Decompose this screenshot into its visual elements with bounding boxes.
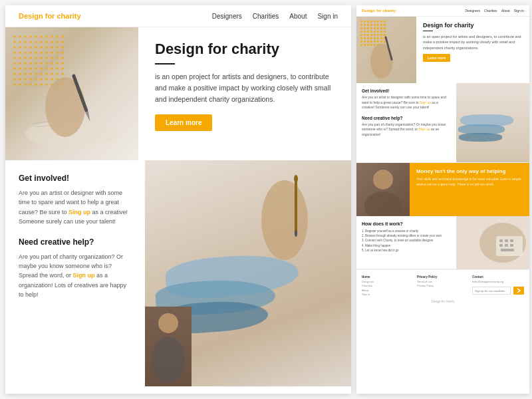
left-content-sections: Get involved! Are you an artist or desig… — [5, 160, 145, 386]
money-section-text: Your skills and technical knowledge is f… — [416, 177, 523, 187]
mini-content-sections: Get involved! Are you an artist or desig… — [356, 83, 529, 163]
mini-footer-email: hello@designforcharity.org — [472, 280, 524, 284]
mini-footer: Home Designers Charities About Sign in P… — [356, 269, 529, 309]
mini-footer-col-privacy: Privacy Policy Terms of use Privacy Poli… — [417, 275, 467, 297]
learn-more-button[interactable]: Learn more — [155, 114, 212, 131]
mini-footer-link-signin[interactable]: Sign in — [362, 293, 412, 297]
mini-footer-brand: Design for charity — [362, 300, 524, 303]
person-svg — [145, 307, 192, 386]
hero-description: is an open project for artists and desig… — [155, 71, 334, 104]
cta-image-svg — [356, 163, 410, 216]
need-help-text: Are you part of charity organization? Or… — [19, 252, 132, 300]
svg-point-15 — [364, 192, 402, 216]
svg-point-11 — [152, 336, 185, 383]
site-logo: Design for charity — [19, 12, 212, 20]
svg-rect-22 — [499, 244, 503, 247]
mini-footer-contact-title: Contact — [472, 275, 524, 279]
how-step-1: 1. Register yourself as a creative or ch… — [362, 229, 451, 233]
hero-content: Design for charity is an open project fo… — [138, 27, 351, 160]
site-header: Design for charity Designers Charities A… — [5, 5, 351, 27]
main-website-panel: Design for charity Designers Charities A… — [5, 5, 351, 394]
painting-image-area — [145, 160, 351, 386]
painting-image — [145, 160, 351, 386]
how-image-svg — [456, 216, 529, 269]
svg-rect-21 — [510, 239, 513, 242]
how-step-4: 4. Make thing happen — [362, 243, 451, 248]
get-involved-text: Are you an artist or designer with some … — [19, 188, 132, 227]
how-it-works-section: How does it work? 1. Register yourself a… — [356, 216, 529, 269]
svg-point-8 — [294, 175, 298, 183]
how-title: How does it work? — [362, 221, 451, 226]
mini-header: Design for charity Designers Charities A… — [356, 5, 529, 17]
mini-nav: Designers Charities About Sign in — [465, 9, 524, 13]
svg-rect-7 — [295, 180, 297, 233]
mini-newsletter-input[interactable] — [472, 287, 511, 295]
svg-rect-24 — [510, 244, 513, 247]
hero-image — [5, 27, 138, 160]
mini-get-involved-title: Get involved! — [362, 88, 451, 93]
mini-need-help-text: Are you part of charity organization? Or… — [362, 122, 451, 138]
yellow-cta-section: Money isn't the only way of helping Your… — [356, 163, 529, 216]
mini-brush-3 — [459, 133, 502, 142]
mini-hero: Design for charity is an open project fo… — [356, 17, 529, 83]
hero-section: Design for charity is an open project fo… — [5, 27, 351, 160]
mini-get-involved-text: Are you an artist or designer with some … — [362, 95, 451, 110]
person-thumbnail — [145, 307, 192, 386]
mini-signup-link-org[interactable]: Sign up — [419, 127, 430, 131]
mini-footer-columns: Home Designers Charities About Sign in P… — [362, 275, 524, 297]
need-help-title: Need creative help? — [19, 237, 132, 247]
mini-newsletter — [472, 287, 524, 295]
site-nav: Designers Charities About Sign in — [212, 13, 338, 20]
get-involved-title: Get involved! — [19, 174, 132, 183]
mini-hero-content: Design for charity is an open project fo… — [416, 17, 529, 83]
mini-learn-more-btn[interactable]: Learn more — [423, 54, 450, 62]
nav-signin[interactable]: Sign in — [317, 13, 338, 20]
mini-newsletter-area — [472, 287, 524, 295]
mini-hand-svg — [360, 30, 410, 80]
svg-point-14 — [373, 170, 393, 190]
svg-rect-19 — [499, 239, 503, 242]
mini-signup-link[interactable]: Sign up — [420, 100, 431, 104]
mini-nav-about[interactable]: About — [501, 9, 510, 13]
svg-point-9 — [295, 230, 297, 237]
mini-logo: Design for charity — [362, 9, 465, 13]
mini-hero-image — [356, 17, 416, 83]
mini-nav-charities[interactable]: Charities — [484, 9, 497, 13]
hand-drawing-svg — [19, 61, 125, 154]
mini-footer-privacy[interactable]: Privacy Policy — [417, 284, 467, 288]
preview-panel: Design for charity Designers Charities A… — [356, 5, 529, 394]
mini-hero-title: Design for charity — [423, 22, 523, 29]
yellow-cta-image — [356, 163, 410, 216]
bottom-content: Get involved! Are you an artist or desig… — [5, 160, 351, 386]
hand-brush-svg — [225, 167, 344, 313]
signup-link-org[interactable]: Sign up — [73, 272, 95, 279]
svg-point-10 — [158, 313, 178, 333]
svg-rect-23 — [505, 244, 508, 247]
nav-charities[interactable]: Charities — [253, 13, 279, 20]
money-section-title: Money isn't the only way of helping — [416, 168, 523, 175]
mini-footer-col-home: Home Designers Charities About Sign in — [362, 275, 412, 297]
mini-text-sections: Get involved! Are you an artist or desig… — [356, 83, 456, 162]
svg-marker-5 — [85, 111, 92, 122]
mini-nav-designers[interactable]: Designers — [465, 9, 480, 13]
how-step-2: 2. Browse through already existing offer… — [362, 233, 451, 238]
hero-image-placeholder — [5, 27, 138, 160]
hero-title-underline — [155, 63, 175, 65]
hero-title: Design for charity — [155, 41, 334, 58]
yellow-cta-content: Money isn't the only way of helping Your… — [410, 163, 529, 216]
signup-link-creative[interactable]: Sing up — [68, 209, 90, 215]
nav-designers[interactable]: Designers — [212, 13, 242, 20]
svg-point-6 — [261, 180, 308, 260]
mini-footer-home-title: Home — [362, 275, 412, 279]
mini-painting-image — [456, 83, 529, 162]
how-image — [456, 216, 529, 269]
mini-nav-signin[interactable]: Sign in — [514, 9, 524, 13]
mini-newsletter-submit[interactable] — [513, 287, 524, 295]
svg-rect-20 — [505, 239, 508, 242]
nav-about[interactable]: About — [289, 13, 307, 20]
svg-rect-25 — [501, 249, 514, 251]
mini-need-help-title: Need creative help? — [362, 116, 451, 120]
arrow-right-icon — [516, 288, 521, 293]
mini-title-underline — [423, 31, 433, 31]
mini-footer-col-contact: Contact hello@designforcharity.org — [472, 275, 524, 297]
